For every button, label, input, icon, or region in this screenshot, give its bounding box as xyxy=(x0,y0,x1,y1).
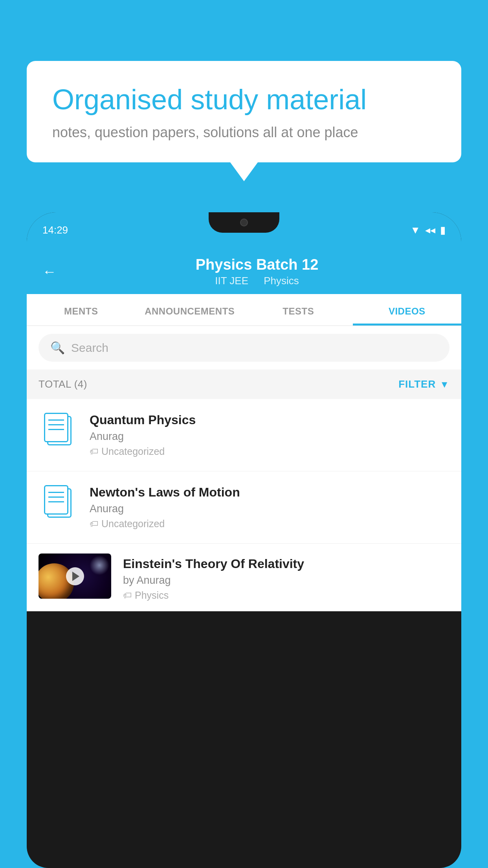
filter-row: TOTAL (4) FILTER ▼ xyxy=(27,370,461,399)
bubble-title: Organised study material xyxy=(52,83,436,116)
battery-icon: ▮ xyxy=(440,224,446,236)
filter-button[interactable]: FILTER ▼ xyxy=(398,378,449,390)
video-list: Quantum Physics Anurag 🏷 Uncategorized N… xyxy=(27,399,461,611)
item-author: Anurag xyxy=(90,503,449,515)
item-title: Einstein's Theory Of Relativity xyxy=(123,557,449,571)
header-title: Physics Batch 12 xyxy=(68,256,446,273)
item-tag: 🏷 Uncategorized xyxy=(90,518,449,530)
doc-icon-front xyxy=(44,485,68,515)
total-count: TOTAL (4) xyxy=(39,378,87,390)
tag-icon: 🏷 xyxy=(123,590,132,601)
header-subtitle-part2: Physics xyxy=(264,275,299,287)
item-author: by Anurag xyxy=(123,574,449,587)
item-info: Quantum Physics Anurag 🏷 Uncategorized xyxy=(90,413,449,457)
doc-icon-front xyxy=(44,413,68,442)
speech-bubble: Organised study material notes, question… xyxy=(27,61,461,162)
tab-ments[interactable]: MENTS xyxy=(27,294,136,326)
filter-icon: ▼ xyxy=(440,379,449,390)
notch xyxy=(209,212,279,233)
document-icon xyxy=(44,485,72,519)
bubble-subtitle: notes, question papers, solutions all at… xyxy=(52,124,436,141)
item-info: Newton's Laws of Motion Anurag 🏷 Uncateg… xyxy=(90,485,449,530)
item-thumbnail-placeholder xyxy=(39,485,78,519)
status-bar: 14:29 ▼ ◂◂ ▮ xyxy=(27,212,461,248)
item-tag: 🏷 Physics xyxy=(123,590,449,601)
item-thumbnail-placeholder xyxy=(39,413,78,446)
phone-frame: 14:29 ▼ ◂◂ ▮ ← Physics Batch 12 IIT JEE … xyxy=(27,212,461,868)
tag-label: Uncategorized xyxy=(101,446,165,457)
item-author: Anurag xyxy=(90,430,449,443)
list-item[interactable]: Newton's Laws of Motion Anurag 🏷 Uncateg… xyxy=(27,471,461,544)
search-bar[interactable]: 🔍 Search xyxy=(39,334,449,362)
wifi-icon: ▼ xyxy=(410,224,420,236)
status-icons: ▼ ◂◂ ▮ xyxy=(410,224,446,236)
tag-label: Uncategorized xyxy=(101,518,165,530)
tag-label: Physics xyxy=(135,590,169,601)
app-header: ← Physics Batch 12 IIT JEE Physics xyxy=(27,248,461,294)
item-thumbnail xyxy=(39,554,111,599)
speech-bubble-container: Organised study material notes, question… xyxy=(27,61,461,162)
search-bar-container: 🔍 Search xyxy=(27,326,461,370)
list-item[interactable]: Einstein's Theory Of Relativity by Anura… xyxy=(27,544,461,611)
search-icon: 🔍 xyxy=(50,341,65,355)
back-button[interactable]: ← xyxy=(42,263,57,280)
play-icon xyxy=(72,572,79,581)
document-icon xyxy=(44,413,72,446)
list-item[interactable]: Quantum Physics Anurag 🏷 Uncategorized xyxy=(27,399,461,471)
tab-videos[interactable]: VIDEOS xyxy=(353,294,462,326)
item-title: Quantum Physics xyxy=(90,413,449,427)
play-button[interactable] xyxy=(66,567,84,585)
tab-announcements[interactable]: ANNOUNCEMENTS xyxy=(136,294,244,326)
header-subtitle-part1: IIT JEE xyxy=(215,275,248,287)
signal-icon: ◂◂ xyxy=(425,224,435,236)
item-title: Newton's Laws of Motion xyxy=(90,485,449,500)
tabs-bar: MENTS ANNOUNCEMENTS TESTS VIDEOS xyxy=(27,294,461,326)
item-tag: 🏷 Uncategorized xyxy=(90,446,449,457)
glow-graphic xyxy=(90,555,109,575)
header-title-block: Physics Batch 12 IIT JEE Physics xyxy=(68,256,446,287)
header-subtitle: IIT JEE Physics xyxy=(68,275,446,287)
tag-icon: 🏷 xyxy=(90,519,98,529)
camera-dot xyxy=(240,219,248,226)
filter-label: FILTER xyxy=(398,378,436,390)
status-time: 14:29 xyxy=(42,224,68,236)
search-placeholder: Search xyxy=(71,341,108,355)
tag-icon: 🏷 xyxy=(90,447,98,457)
tab-tests[interactable]: TESTS xyxy=(244,294,353,326)
item-info: Einstein's Theory Of Relativity by Anura… xyxy=(123,554,449,601)
